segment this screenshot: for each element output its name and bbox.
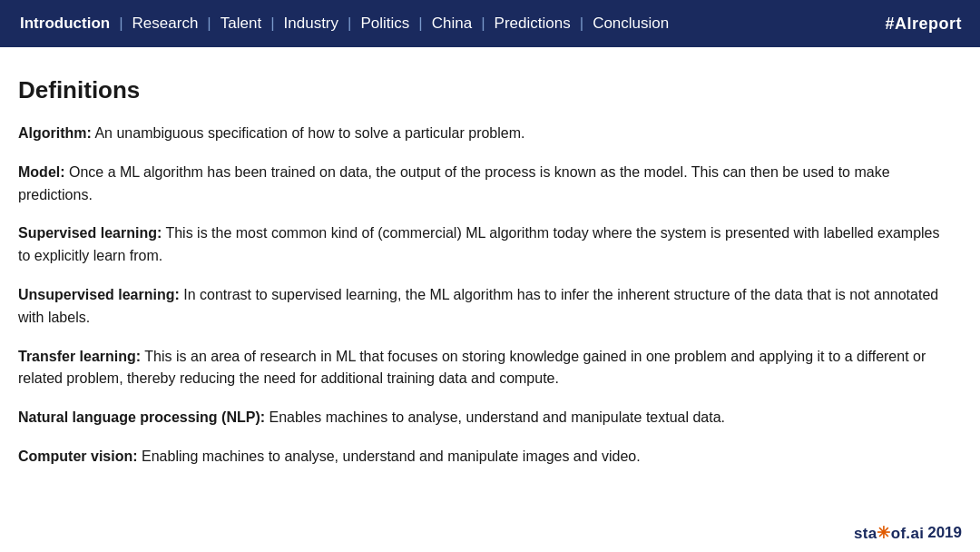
nav-separator: | — [207, 15, 211, 33]
definition-block: Model: Once a ML algorithm has been trai… — [18, 162, 947, 207]
nav-item-talent[interactable]: Talent — [219, 15, 263, 33]
definition-description: Once a ML algorithm has been trained on … — [18, 164, 890, 202]
logo-text: sta✳of.ai — [854, 523, 924, 543]
definition-description: Enabling machines to analyse, understand… — [138, 448, 641, 464]
definition-term: Computer vision: — [18, 448, 138, 464]
logo-suffix: of.ai — [891, 525, 924, 542]
definition-block: Unsupervised learning: In contrast to su… — [18, 284, 947, 330]
definition-term: Algorithm: — [18, 125, 92, 141]
definition-term: Transfer learning: — [18, 349, 141, 364]
nav-item-industry[interactable]: Industry — [282, 15, 340, 33]
year-label: 2019 — [927, 524, 962, 542]
nav-item-politics[interactable]: Politics — [358, 15, 411, 33]
navigation-bar: Introduction | Research | Talent | Indus… — [0, 0, 980, 47]
definition-block: Algorithm: An unambiguous specification … — [18, 123, 947, 145]
nav-item-china[interactable]: China — [430, 15, 474, 33]
nav-item-introduction[interactable]: Introduction — [18, 15, 112, 33]
main-content: Definitions Algorithm: An unambiguous sp… — [0, 47, 980, 507]
definition-description: Enables machines to analyse, understand … — [265, 409, 725, 425]
definition-block: Natural language processing (NLP): Enabl… — [18, 407, 947, 429]
definition-block: Computer vision: Enabling machines to an… — [18, 446, 947, 468]
nav-separator: | — [580, 15, 583, 33]
definition-block: Supervised learning: This is the most co… — [18, 222, 947, 268]
definitions-list: Algorithm: An unambiguous specification … — [18, 123, 947, 468]
hashtag-label: #AIreport — [885, 15, 962, 34]
definition-term: Supervised learning: — [18, 225, 162, 241]
definition-term: Model: — [18, 164, 65, 180]
definition-description: This is an area of research in ML that f… — [18, 349, 926, 387]
definition-description: An unambiguous specification of how to s… — [92, 125, 525, 141]
nav-separator: | — [481, 15, 485, 33]
nav-item-research[interactable]: Research — [131, 15, 201, 33]
page-title: Definitions — [18, 76, 947, 104]
nav-separator: | — [270, 15, 274, 33]
logo-star-icon: ✳ — [877, 523, 890, 543]
nav-separator: | — [348, 15, 351, 33]
nav-separator: | — [119, 15, 122, 33]
nav-separator: | — [418, 15, 422, 33]
nav-links: Introduction | Research | Talent | Indus… — [18, 15, 671, 33]
nav-item-predictions[interactable]: Predictions — [493, 15, 573, 33]
definition-block: Transfer learning: This is an area of re… — [18, 346, 947, 391]
nav-item-conclusion[interactable]: Conclusion — [591, 15, 671, 33]
logo-prefix: sta — [854, 525, 877, 542]
definition-term: Unsupervised learning: — [18, 287, 180, 302]
footer-logo: sta✳of.ai 2019 — [854, 523, 962, 543]
definition-term: Natural language processing (NLP): — [18, 409, 265, 425]
